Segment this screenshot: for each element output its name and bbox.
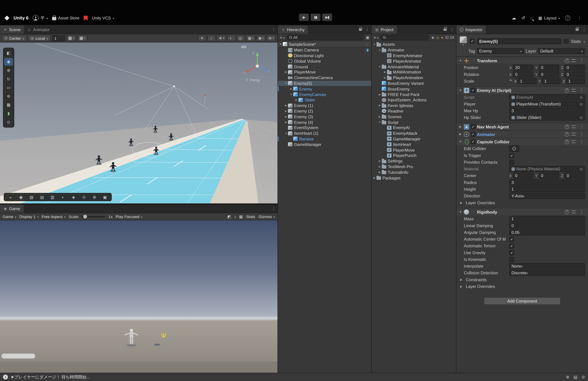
account-menu[interactable]: 平 <box>33 15 48 21</box>
search-by-type-icon[interactable]: ◈ <box>431 35 434 39</box>
foldout-arrow-icon[interactable]: ▶ <box>378 104 382 107</box>
game-viewport[interactable] <box>0 220 277 373</box>
foldout-arrow-icon[interactable]: ▼ <box>459 59 462 62</box>
project-row[interactable]: GameManager <box>372 136 456 142</box>
grid-snap-icon[interactable]: ▥ <box>48 194 57 200</box>
property-row[interactable]: Mass 1 <box>456 215 588 222</box>
project-row[interactable]: ▶ MAWAnimation <box>372 69 456 75</box>
lighting-toggle-icon[interactable]: ☀ <box>198 35 206 41</box>
component-header[interactable]: ▼ Capsule Collider <box>456 138 588 145</box>
foldout-arrow-icon[interactable]: ▶ <box>459 125 462 128</box>
draw-mode-icon[interactable]: ◒ <box>6 194 16 200</box>
hidden-objects-icon[interactable]: ◎ <box>237 35 245 41</box>
grid-snap-dropdown[interactable]: ▾ <box>66 35 76 41</box>
property-row[interactable]: Automatic Center Of M <box>456 236 588 243</box>
tab-scene[interactable]: Scene <box>0 25 24 34</box>
active-checkbox[interactable] <box>470 39 475 44</box>
property-row[interactable]: Script EnemyAI <box>456 94 588 100</box>
project-search-input[interactable] <box>380 35 430 40</box>
static-checkbox[interactable] <box>564 39 568 44</box>
property-row[interactable]: Scale X1 Y1 Z1 <box>456 78 588 84</box>
hierarchy-row[interactable]: ▼ EnemyCanvas <box>278 92 371 97</box>
custom-tools[interactable]: ▦ <box>4 101 13 109</box>
audio-toggle-icon[interactable]: ♪ <box>208 35 216 41</box>
tab-project[interactable]: Project <box>372 25 397 34</box>
status-message[interactable]: ★プレイヤーにダメージ！ 待ち時間開始... <box>10 374 90 380</box>
property-row[interactable]: Position X20 Y0 Z0 <box>456 64 588 71</box>
foldout-arrow-icon[interactable]: ▶ <box>289 88 293 90</box>
notifications-icon[interactable]: ⊗ <box>566 375 569 380</box>
hierarchy-row[interactable]: ▶ Slider <box>278 97 371 103</box>
property-row[interactable]: Layer Overrides <box>456 283 588 290</box>
project-row[interactable]: ▶ Settings <box>372 158 456 164</box>
hierarchy-row[interactable]: GameManager <box>278 142 371 147</box>
y-field[interactable]: 0 <box>539 65 559 70</box>
hierarchy-row[interactable]: Directional Light <box>278 53 371 58</box>
favorites-icon[interactable]: ● <box>441 35 443 39</box>
hierarchy-menu-icon[interactable] <box>363 27 371 32</box>
hierarchy-row[interactable]: ▼ ItemHeart (1) <box>278 131 371 136</box>
lock-icon[interactable] <box>443 28 446 31</box>
gizmos-dropdown[interactable]: Gizmos <box>259 214 275 219</box>
object-picker-icon[interactable] <box>580 102 583 106</box>
property-row[interactable]: Use Gravity <box>456 249 588 256</box>
tab-inspector[interactable]: Inspector <box>456 25 486 34</box>
foldout-arrow-icon[interactable]: ▶ <box>284 121 288 124</box>
component-header[interactable]: ▶ Animator <box>456 131 588 138</box>
foldout-arrow-icon[interactable]: ▼ <box>378 121 382 123</box>
lock-icon[interactable] <box>359 28 362 31</box>
grid-size-field[interactable]: 1 <box>52 35 65 41</box>
skybox-toggle-icon[interactable]: ◐ <box>227 35 235 41</box>
gizmos-dropdown-icon[interactable]: ⊕▾ <box>267 35 276 41</box>
layer-dropdown[interactable]: Default <box>538 48 585 54</box>
saved-search-icon[interactable]: ▣ <box>366 35 370 39</box>
value-field[interactable]: 3 <box>509 179 585 185</box>
scene-panel-menu-icon[interactable] <box>270 27 277 32</box>
play-button[interactable]: ▶ <box>299 14 309 21</box>
component-menu-icon[interactable] <box>578 124 586 129</box>
display-target-dropdown[interactable]: Game <box>2 214 16 219</box>
component-header[interactable]: ▼ Enemy AI (Script) <box>456 87 588 94</box>
foldout-arrow-icon[interactable]: ▶ <box>378 159 382 162</box>
object-field[interactable]: PlayerMove (Transform) <box>509 101 585 107</box>
dropdown-field[interactable]: None <box>509 263 585 269</box>
property-row[interactable]: Radius 3 <box>456 179 588 186</box>
component-enabled-checkbox[interactable] <box>471 139 475 144</box>
move-tool[interactable]: ⊕ <box>4 67 13 74</box>
create-asset-button[interactable] <box>374 35 378 40</box>
hierarchy-row[interactable]: ▶ Enemy (2) <box>278 108 371 114</box>
search-icon[interactable]: ◌ <box>530 15 533 21</box>
add-component-button[interactable]: Add Component <box>484 297 561 305</box>
component-menu-icon[interactable] <box>578 58 586 63</box>
edit-collider-button[interactable] <box>509 146 519 152</box>
camera-view-icon[interactable]: ◉▾ <box>256 35 266 41</box>
component-menu-icon[interactable] <box>578 139 586 144</box>
property-checkbox[interactable] <box>509 243 514 248</box>
foldout-arrow-icon[interactable]: ▶ <box>284 110 288 112</box>
hand-tool[interactable]: ◉ <box>4 58 13 66</box>
project-row[interactable]: EnemyAnimator <box>372 53 456 58</box>
hierarchy-row[interactable]: ▶ Enemy (3) <box>278 114 371 119</box>
y-field[interactable]: 0 <box>539 71 559 77</box>
help-icon[interactable] <box>565 139 569 144</box>
project-row[interactable]: EnemyAI <box>372 125 456 131</box>
property-row[interactable]: Interpolate None <box>456 263 588 269</box>
hierarchy-row[interactable]: ▶ Enemy <box>278 86 371 91</box>
z-field[interactable]: 0 <box>565 65 585 70</box>
x-field[interactable]: 0 <box>513 71 533 77</box>
object-field[interactable]: Slider (Slider) <box>509 114 585 120</box>
pan-view-icon[interactable]: ◉ <box>16 194 26 200</box>
foldout-arrow-icon[interactable]: ▶ <box>378 165 382 168</box>
foldout-arrow-icon[interactable]: ▼ <box>459 89 462 92</box>
step-button[interactable]: ▶▮ <box>322 14 332 21</box>
foldout-arrow-icon[interactable]: ▶ <box>459 133 462 136</box>
presets-icon[interactable] <box>571 140 576 143</box>
property-row[interactable]: Direction Y-Axis <box>456 193 588 199</box>
x-field[interactable]: 0 <box>513 173 533 179</box>
value-field[interactable]: 3 <box>509 108 585 114</box>
hierarchy-row[interactable]: ▼ SampleScene* ⋮ <box>278 42 371 47</box>
game-canvas[interactable] <box>0 220 277 373</box>
row-badge-icon[interactable]: ◨ <box>365 48 370 52</box>
tag-dropdown[interactable]: Enemy <box>477 48 524 54</box>
lighting-view-icon[interactable]: ▤ <box>37 194 47 200</box>
